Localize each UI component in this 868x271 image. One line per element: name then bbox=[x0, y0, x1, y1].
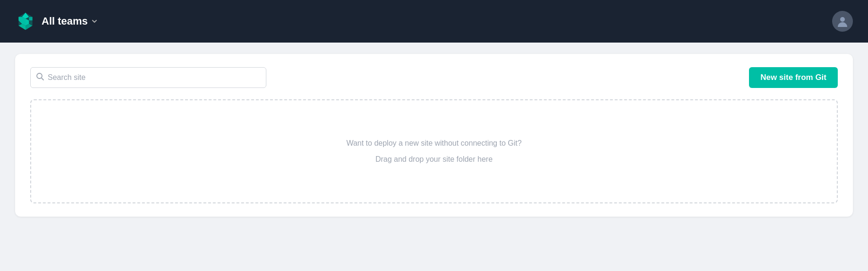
team-selector-label: All teams bbox=[42, 15, 88, 27]
new-site-from-git-button[interactable]: New site from Git bbox=[749, 67, 838, 88]
netlify-logo-icon bbox=[15, 11, 36, 32]
svg-point-8 bbox=[37, 73, 42, 79]
search-input[interactable] bbox=[30, 67, 266, 88]
svg-point-7 bbox=[840, 17, 845, 22]
team-selector[interactable]: All teams bbox=[42, 15, 98, 27]
top-nav: All teams bbox=[0, 0, 868, 43]
main-content: New site from Git Want to deploy a new s… bbox=[0, 43, 868, 271]
avatar[interactable] bbox=[832, 11, 853, 32]
search-icon bbox=[36, 72, 44, 83]
svg-marker-2 bbox=[29, 17, 32, 20]
drop-zone[interactable]: Want to deploy a new site without connec… bbox=[30, 99, 838, 203]
nav-left: All teams bbox=[15, 11, 98, 32]
chevron-down-icon bbox=[91, 17, 98, 25]
card-header: New site from Git bbox=[30, 67, 838, 88]
drop-zone-text-line2: Drag and drop your site folder here bbox=[375, 153, 493, 166]
drop-zone-text-line1: Want to deploy a new site without connec… bbox=[346, 137, 521, 149]
sites-card: New site from Git Want to deploy a new s… bbox=[15, 54, 853, 217]
search-container bbox=[30, 67, 266, 88]
user-avatar-icon bbox=[836, 15, 849, 28]
